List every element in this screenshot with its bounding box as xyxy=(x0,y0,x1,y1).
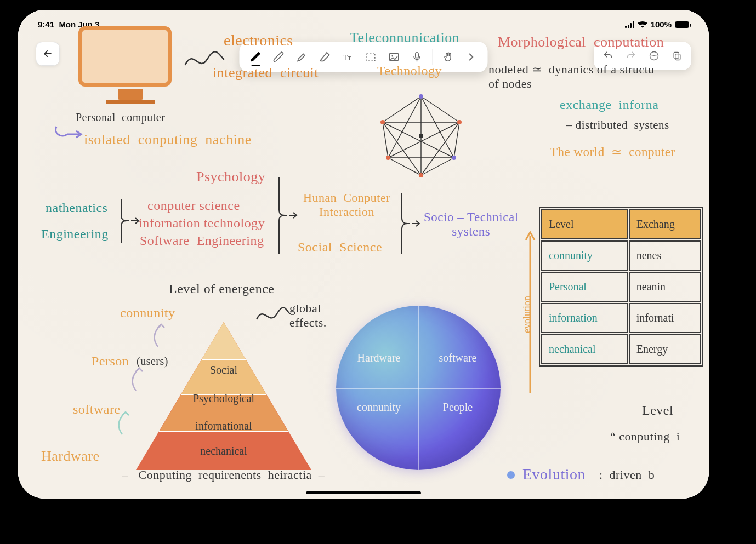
svg-rect-10 xyxy=(674,52,679,58)
arrow-left-icon xyxy=(42,48,53,59)
note-technology: Technology xyxy=(377,64,442,78)
pyr-l2: Psychological xyxy=(136,392,311,405)
note-socio: Socio – Technical systens xyxy=(424,210,519,239)
curly-arrow-icon xyxy=(51,122,84,144)
note-level-footer: Level xyxy=(642,403,673,418)
svg-line-21 xyxy=(454,122,459,158)
table-row: connunitynenes xyxy=(541,240,701,271)
globe-people: People xyxy=(419,401,496,414)
svg-line-24 xyxy=(388,158,421,175)
text-icon: Tт xyxy=(342,51,354,63)
pyr-l1: Social xyxy=(136,364,311,376)
th-exchange: Exchang xyxy=(629,209,701,239)
note-morph: Morphological conputation xyxy=(498,34,664,50)
eraser-icon xyxy=(319,51,331,63)
pyr-l3: infornational xyxy=(136,420,311,432)
levels-table: LevelExchang connunitynenes Personalnean… xyxy=(539,207,703,367)
note-math: nathenatics xyxy=(46,201,107,215)
globe-drawing: Hardware software connunity People xyxy=(336,306,501,470)
bracket-2 xyxy=(274,174,301,256)
highlighter-icon xyxy=(296,51,308,63)
image-icon xyxy=(388,51,400,63)
pen-icon xyxy=(250,51,262,63)
svg-point-27 xyxy=(457,120,462,124)
svg-line-20 xyxy=(388,122,459,158)
note-pc: Personal computer xyxy=(76,111,165,124)
svg-marker-36 xyxy=(202,322,246,359)
toolbar-more[interactable] xyxy=(461,46,482,68)
note-electronics: electronics xyxy=(224,32,293,49)
wifi-icon xyxy=(638,20,647,29)
duplicate-button[interactable] xyxy=(666,45,688,67)
svg-point-6 xyxy=(652,55,653,56)
pyramid-drawing: Social Psychological infornational necha… xyxy=(136,322,311,476)
svg-point-30 xyxy=(386,156,390,160)
cellular-icon xyxy=(625,21,634,28)
pencil-icon xyxy=(273,51,285,63)
svg-point-32 xyxy=(419,134,423,138)
evolution-axis-label: evolution xyxy=(521,296,533,333)
svg-point-28 xyxy=(380,120,385,124)
text-tool[interactable]: Tт xyxy=(337,46,359,68)
note-canvas[interactable]: 9:41 Mon Jun 3 100% Tт xyxy=(18,10,709,499)
note-eng: Engineering xyxy=(41,227,109,242)
toolbar-divider xyxy=(433,49,433,65)
svg-text:Tт: Tт xyxy=(343,53,351,62)
note-world: The world ≃ conputer xyxy=(550,145,675,159)
select-icon xyxy=(365,51,377,63)
globe-sw: software xyxy=(419,352,496,364)
note-socialsci: Social Science xyxy=(298,240,382,255)
svg-line-19 xyxy=(383,122,421,175)
note-isolated: isolated conputing nachine xyxy=(84,131,252,148)
network-graph xyxy=(374,92,468,180)
table-row: infornationinfornati xyxy=(541,303,701,333)
note-it: infornation technology xyxy=(139,216,265,231)
svg-rect-1 xyxy=(367,53,375,61)
table-row: nechanicalEnergy xyxy=(541,334,701,364)
hand-icon xyxy=(442,51,454,63)
note-nodeled: nodeled ≃ dynanics of a structu of nodes xyxy=(488,62,655,91)
note-evolution: Evolution xyxy=(522,466,586,483)
battery-percent: 100% xyxy=(651,20,672,29)
bracket-3 xyxy=(396,191,424,256)
note-level-emergence: Level of energence xyxy=(169,282,274,296)
note-computing-in: “ conputing i xyxy=(610,430,680,444)
copy-icon xyxy=(672,50,683,61)
note-exchange: exchange inforna xyxy=(560,98,658,112)
globe-community: connunity xyxy=(340,401,417,414)
svg-point-3 xyxy=(391,55,393,57)
note-hci: Hunan Conputer Interaction xyxy=(303,191,390,219)
table-row: Personalneanin xyxy=(541,272,701,302)
note-telecom: Teleconnunication xyxy=(350,30,459,46)
computer-drawing xyxy=(78,26,183,108)
note-cs: conputer science xyxy=(147,198,240,213)
redo-icon xyxy=(626,50,636,61)
tablet-frame: 9:41 Mon Jun 3 100% Tт xyxy=(18,10,709,499)
svg-point-29 xyxy=(452,156,456,160)
svg-line-11 xyxy=(421,96,459,122)
side-hardware: Hardware xyxy=(41,448,100,465)
chevron-right-icon xyxy=(465,51,478,63)
note-driven: : driven b xyxy=(599,468,655,482)
mic-icon xyxy=(411,51,423,63)
svg-line-17 xyxy=(383,122,454,158)
note-distributed: – distributed systens xyxy=(566,118,669,132)
note-se: Software Engineering xyxy=(140,233,264,248)
bullet-icon xyxy=(507,471,515,479)
note-integrated: integrated circuit xyxy=(213,65,319,81)
svg-line-18 xyxy=(383,122,388,158)
ellipsis-icon xyxy=(649,50,660,61)
note-computing-req: – Conputing requirenents heiractia – xyxy=(122,468,325,482)
svg-rect-9 xyxy=(675,54,680,60)
svg-point-31 xyxy=(419,173,423,177)
pyr-l4: nechanical xyxy=(136,445,311,457)
svg-rect-4 xyxy=(416,53,419,58)
th-level: Level xyxy=(541,209,628,239)
home-indicator[interactable] xyxy=(306,491,421,494)
svg-point-8 xyxy=(655,55,656,56)
undo-icon xyxy=(602,50,613,61)
svg-point-7 xyxy=(653,55,655,56)
globe-hw: Hardware xyxy=(340,352,417,364)
note-psych: Psychology xyxy=(196,169,265,185)
back-button[interactable] xyxy=(36,42,60,66)
